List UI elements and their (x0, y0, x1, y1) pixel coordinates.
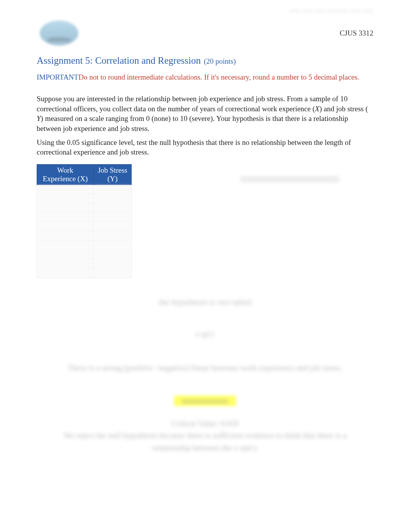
header-row: CJUS 3312 (37, 17, 373, 48)
blurred-answer-4: Critical Value: 9.059 We reject the null… (37, 418, 373, 454)
col-header-x: Work Experience (X) (37, 164, 94, 185)
table-row (37, 259, 132, 268)
table-row (37, 240, 132, 250)
blurred-answer-3: There is a strong (positive / negative) … (37, 362, 373, 374)
header-top-row: xxx xxx xxx xxxxxx xxx xxx (37, 8, 373, 15)
data-table: Work Experience (X) Job Stress (Y) (37, 164, 132, 278)
p1-x-var: X (315, 105, 320, 113)
table-row (37, 194, 132, 203)
course-code: CJUS 3312 (340, 29, 373, 37)
p1-part-a: Suppose you are interested in the relati… (37, 95, 347, 113)
paragraph-1: Suppose you are interested in the relati… (37, 94, 373, 134)
side-blur-text (240, 176, 340, 183)
table-area: Work Experience (X) Job Stress (Y) (37, 164, 373, 278)
table-row (37, 185, 132, 194)
important-text: Do not to round intermediate calculation… (78, 73, 359, 81)
body-text: Suppose you are interested in the relati… (37, 94, 373, 157)
blurred-answer-2: r=pCr (37, 330, 373, 339)
table-row (37, 203, 132, 212)
col-header-y: Job Stress (Y) (93, 164, 131, 185)
table-row (37, 212, 132, 222)
table-row (37, 222, 132, 231)
assignment-title: Assignment 5: Correlation and Regression… (37, 55, 373, 66)
important-label: IMPORTANT (37, 73, 78, 81)
institution-logo (37, 17, 81, 48)
table-body (37, 185, 132, 277)
table-row (37, 231, 132, 240)
title-points: (20 points) (204, 57, 236, 66)
paragraph-2: Using the 0.05 significance level, test … (37, 138, 373, 157)
p1-y-var: Y (37, 114, 41, 122)
p1-part-b: ) and job stress ( (319, 105, 368, 113)
title-main: Assignment 5: Correlation and Regression (37, 55, 201, 66)
critical-value-line: Critical Value: 9.059 (56, 418, 354, 430)
highlighted-blur: xxxxxxxxxxxx (174, 396, 236, 406)
blurred-answer-1: the hypothesis is two tailed (37, 295, 373, 309)
conclusion-line: We reject the null hypothesis because th… (56, 430, 354, 454)
p1-part-c: ) measured on a scale ranging from 0 (no… (37, 114, 348, 133)
table-row (37, 250, 132, 259)
table-row (37, 268, 132, 277)
important-notice: IMPORTANTDo not to round intermediate ca… (37, 73, 373, 82)
header-blurred-text: xxx xxx xxx xxxxxx xxx xxx (290, 8, 374, 14)
highlight-wrap: xxxxxxxxxxxx (37, 374, 373, 406)
